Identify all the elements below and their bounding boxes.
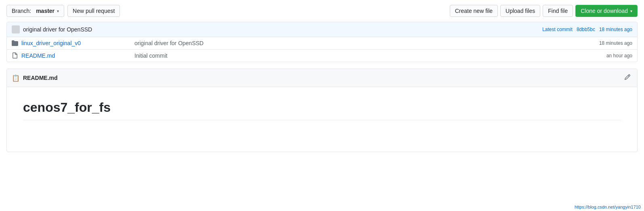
commit-message: original driver for OpenSSD bbox=[23, 26, 92, 33]
table-row: README.md Initial commit an hour ago bbox=[7, 50, 637, 62]
readme-book-icon: 📋 bbox=[12, 74, 20, 82]
clone-or-download-button[interactable]: Clone or download ▾ bbox=[575, 5, 638, 17]
create-new-file-button[interactable]: Create new file bbox=[450, 5, 498, 17]
new-pull-request-button[interactable]: New pull request bbox=[67, 5, 120, 17]
folder-commit-msg: original driver for OpenSSD bbox=[134, 40, 568, 46]
commit-header: original driver for OpenSSD Latest commi… bbox=[7, 22, 637, 37]
readme-header: 📋 README.md bbox=[7, 69, 637, 87]
file-icon bbox=[12, 52, 18, 59]
toolbar-left: Branch: master ▾ New pull request bbox=[6, 5, 120, 17]
folder-icon bbox=[12, 40, 18, 46]
readme-edit-button[interactable] bbox=[623, 72, 632, 84]
readme-header-left: 📋 README.md bbox=[12, 74, 58, 82]
commit-time: 18 minutes ago bbox=[599, 27, 632, 32]
upload-files-button[interactable]: Upload files bbox=[500, 5, 540, 17]
file-table: original driver for OpenSSD Latest commi… bbox=[6, 22, 638, 62]
toolbar: Branch: master ▾ New pull request Create… bbox=[6, 5, 638, 17]
readme-section: 📋 README.md cenos7_for_fs bbox=[6, 69, 638, 152]
commit-header-left: original driver for OpenSSD bbox=[12, 25, 92, 33]
branch-selector[interactable]: Branch: master ▾ bbox=[6, 5, 64, 17]
toolbar-right: Create new file Upload files Find file C… bbox=[450, 5, 638, 17]
commit-hash-link[interactable]: 8dbb5bc bbox=[577, 27, 595, 32]
find-file-button[interactable]: Find file bbox=[543, 5, 573, 17]
avatar bbox=[12, 25, 20, 33]
latest-commit-label: Latest commit bbox=[542, 27, 573, 32]
file-time: an hour ago bbox=[568, 53, 632, 58]
branch-name: master bbox=[36, 8, 55, 14]
commit-meta: Latest commit 8dbb5bc 18 minutes ago bbox=[542, 27, 632, 32]
folder-time: 18 minutes ago bbox=[568, 40, 632, 46]
readme-title: README.md bbox=[23, 75, 58, 81]
clone-or-download-label: Clone or download bbox=[581, 8, 628, 14]
readme-content: cenos7_for_fs bbox=[7, 87, 637, 152]
folder-name-link[interactable]: linux_driver_original_v0 bbox=[21, 40, 134, 46]
file-name-link[interactable]: README.md bbox=[21, 52, 134, 59]
chevron-down-icon: ▾ bbox=[57, 9, 59, 13]
branch-label: Branch: bbox=[12, 8, 31, 14]
readme-heading: cenos7_for_fs bbox=[23, 100, 621, 120]
table-row: linux_driver_original_v0 original driver… bbox=[7, 37, 637, 50]
file-commit-msg: Initial commit bbox=[134, 52, 568, 59]
chevron-down-icon: ▾ bbox=[630, 9, 632, 13]
